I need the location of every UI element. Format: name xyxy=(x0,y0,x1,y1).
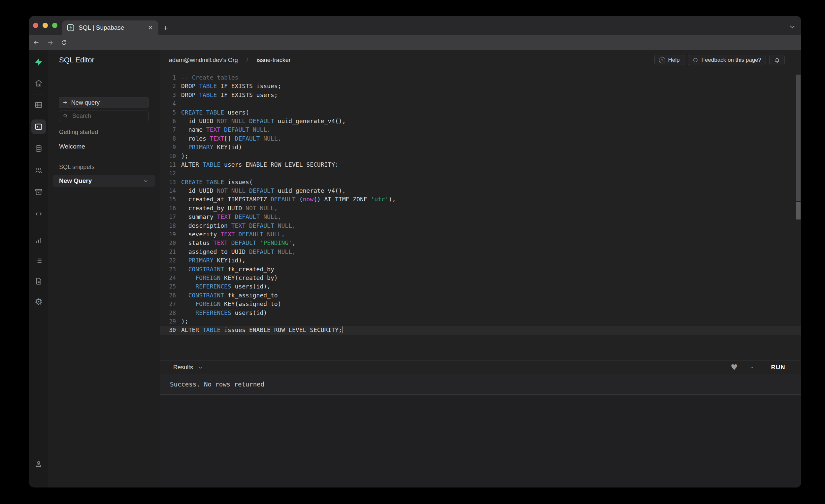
code-editor[interactable]: 1-- Create tables2DROP TABLE IF EXISTS i… xyxy=(160,70,801,360)
line-content: FOREIGN KEY(created_by) xyxy=(176,274,278,282)
chevron-down-icon xyxy=(198,365,203,370)
code-line-20[interactable]: 20 status TEXT DEFAULT 'PENDING', xyxy=(160,239,801,247)
code-line-8[interactable]: 8 roles TEXT[] DEFAULT NULL, xyxy=(160,134,801,143)
line-number: 19 xyxy=(160,230,176,239)
line-number: 10 xyxy=(160,152,176,160)
code-line-17[interactable]: 17 summary TEXT DEFAULT NULL, xyxy=(160,213,801,221)
line-number: 29 xyxy=(160,317,176,326)
main-content: adam@windmill.dev's Org / issue-tracker … xyxy=(160,50,801,488)
chevron-down-icon[interactable] xyxy=(749,365,755,370)
code-line-7[interactable]: 7 name TEXT DEFAULT NULL, xyxy=(160,126,801,134)
favorite-heart-icon[interactable]: ♥ xyxy=(731,363,738,371)
breadcrumb-org[interactable]: adam@windmill.dev's Org xyxy=(169,57,238,64)
code-line-27[interactable]: 27 FOREIGN KEY(assigned_to) xyxy=(160,300,801,308)
rail-item-api-icon[interactable] xyxy=(33,208,45,220)
code-line-21[interactable]: 21 assigned_to UUID DEFAULT NULL, xyxy=(160,247,801,256)
editor-scrollbar[interactable] xyxy=(796,75,801,201)
line-number: 7 xyxy=(160,126,176,134)
code-line-25[interactable]: 25 REFERENCES users(id), xyxy=(160,282,801,291)
code-line-22[interactable]: 22 PRIMARY KEY(id), xyxy=(160,256,801,265)
back-button[interactable] xyxy=(31,37,42,48)
rail-item-docs-icon[interactable] xyxy=(33,275,45,287)
line-number: 18 xyxy=(160,221,176,230)
line-content: CONSTRAINT fk_created_by xyxy=(176,265,274,274)
search-box[interactable] xyxy=(59,111,149,121)
browser-toolbar: app.supabase.com/project/azahtnhqohyjerz… xyxy=(29,34,801,50)
code-line-23[interactable]: 23 CONSTRAINT fk_created_by xyxy=(160,265,801,274)
code-line-26[interactable]: 26 CONSTRAINT fk_assigned_to xyxy=(160,291,801,300)
nav-rail: ⚙ xyxy=(29,50,49,488)
window-controls xyxy=(33,23,57,28)
speech-bubble-icon xyxy=(692,57,699,63)
reload-button[interactable] xyxy=(59,37,69,48)
breadcrumb-project[interactable]: issue-tracker xyxy=(257,57,291,64)
editor-scrollbar-thumb[interactable] xyxy=(796,202,801,219)
code-line-4[interactable]: 4 xyxy=(160,99,801,108)
forward-button[interactable] xyxy=(45,37,56,48)
line-number: 26 xyxy=(160,291,176,300)
code-line-14[interactable]: 14 id UUID NOT NULL DEFAULT uuid_generat… xyxy=(160,187,801,195)
line-content: -- Create tables xyxy=(176,73,238,82)
rail-item-sql-editor-icon[interactable] xyxy=(31,120,46,134)
minimize-window-button[interactable] xyxy=(43,23,48,28)
run-button[interactable]: RUN xyxy=(771,364,786,371)
new-tab-button[interactable]: + xyxy=(160,22,171,33)
rail-item-storage-icon[interactable] xyxy=(33,186,45,198)
feedback-button[interactable]: Feedback on this page? xyxy=(688,55,766,65)
code-line-2[interactable]: 2DROP TABLE IF EXISTS issues; xyxy=(160,82,801,90)
screen-background: SQL | Supabase × + app.supa xyxy=(0,0,825,504)
line-content: CREATE TABLE issues( xyxy=(176,178,253,187)
line-content: description TEXT DEFAULT NULL, xyxy=(176,221,296,230)
new-query-button[interactable]: + New query xyxy=(59,97,149,108)
line-number: 8 xyxy=(160,134,176,143)
code-line-28[interactable]: 28 REFERENCES users(id) xyxy=(160,309,801,317)
rail-item-auth-icon[interactable] xyxy=(33,164,45,176)
help-button[interactable]: ? Help xyxy=(654,55,684,65)
line-number: 6 xyxy=(160,117,176,126)
code-line-1[interactable]: 1-- Create tables xyxy=(160,73,801,82)
line-content: FOREIGN KEY(assigned_to) xyxy=(176,300,281,308)
code-line-11[interactable]: 11ALTER TABLE users ENABLE ROW LEVEL SEC… xyxy=(160,160,801,169)
line-number: 4 xyxy=(160,99,176,108)
code-line-9[interactable]: 9 PRIMARY KEY(id) xyxy=(160,143,801,151)
tab-search-chevron-icon[interactable] xyxy=(788,22,797,31)
code-line-19[interactable]: 19 severity TEXT DEFAULT NULL, xyxy=(160,230,801,239)
rail-divider xyxy=(34,94,44,94)
search-input[interactable] xyxy=(72,112,145,120)
maximize-window-button[interactable] xyxy=(52,23,57,28)
chevron-down-icon[interactable] xyxy=(143,178,149,184)
tab-close-icon[interactable]: × xyxy=(147,24,154,31)
rail-item-table-editor-icon[interactable] xyxy=(33,99,45,111)
line-content: DROP TABLE IF EXISTS issues; xyxy=(176,82,281,90)
browser-tab[interactable]: SQL | Supabase × xyxy=(62,20,158,34)
code-line-12[interactable]: 12 xyxy=(160,169,801,177)
plus-icon: + xyxy=(63,99,67,106)
rail-item-settings-icon[interactable]: ⚙ xyxy=(33,296,45,308)
code-line-10[interactable]: 10); xyxy=(160,152,801,160)
notifications-button[interactable] xyxy=(769,55,785,65)
code-line-6[interactable]: 6 id UUID NOT NULL DEFAULT uuid_generate… xyxy=(160,117,801,126)
rail-item-account-icon[interactable] xyxy=(33,458,45,470)
rail-item-logs-icon[interactable] xyxy=(33,255,45,267)
rail-item-home-icon[interactable] xyxy=(33,77,45,89)
line-content: ); xyxy=(176,317,189,326)
code-line-16[interactable]: 16 created_by UUID NOT NULL, xyxy=(160,204,801,213)
line-number: 23 xyxy=(160,265,176,274)
rail-item-reports-icon[interactable] xyxy=(33,234,45,246)
code-line-24[interactable]: 24 FOREIGN KEY(created_by) xyxy=(160,274,801,282)
line-content: ); xyxy=(176,152,189,160)
supabase-logo[interactable] xyxy=(33,56,45,68)
code-line-15[interactable]: 15 created_at TIMESTAMPTZ DEFAULT (now()… xyxy=(160,195,801,204)
results-tab[interactable]: Results xyxy=(173,364,203,371)
rail-item-database-icon[interactable] xyxy=(33,143,45,154)
code-line-13[interactable]: 13CREATE TABLE issues( xyxy=(160,178,801,187)
code-line-30[interactable]: 30ALTER TABLE issues ENABLE ROW LEVEL SE… xyxy=(160,326,801,334)
code-line-18[interactable]: 18 description TEXT DEFAULT NULL, xyxy=(160,221,801,230)
sidebar-item-new-query[interactable]: New Query xyxy=(53,175,155,187)
code-line-3[interactable]: 3DROP TABLE IF EXISTS users; xyxy=(160,91,801,99)
sidebar-item-welcome[interactable]: Welcome xyxy=(59,143,85,150)
close-window-button[interactable] xyxy=(33,23,38,28)
code-line-29[interactable]: 29); xyxy=(160,317,801,326)
line-content: ALTER TABLE issues ENABLE ROW LEVEL SECU… xyxy=(176,326,343,334)
code-line-5[interactable]: 5CREATE TABLE users( xyxy=(160,108,801,117)
